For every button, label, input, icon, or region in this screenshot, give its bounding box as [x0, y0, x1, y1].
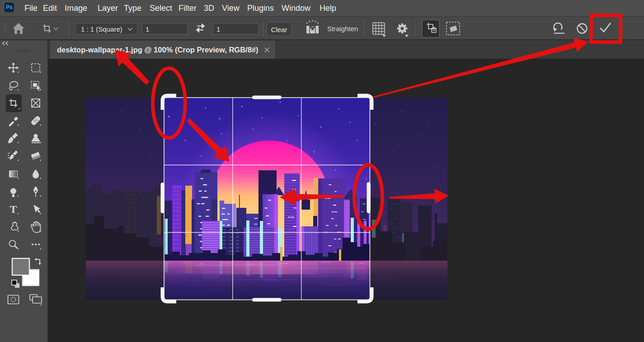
svg-text:T: T: [9, 203, 17, 215]
